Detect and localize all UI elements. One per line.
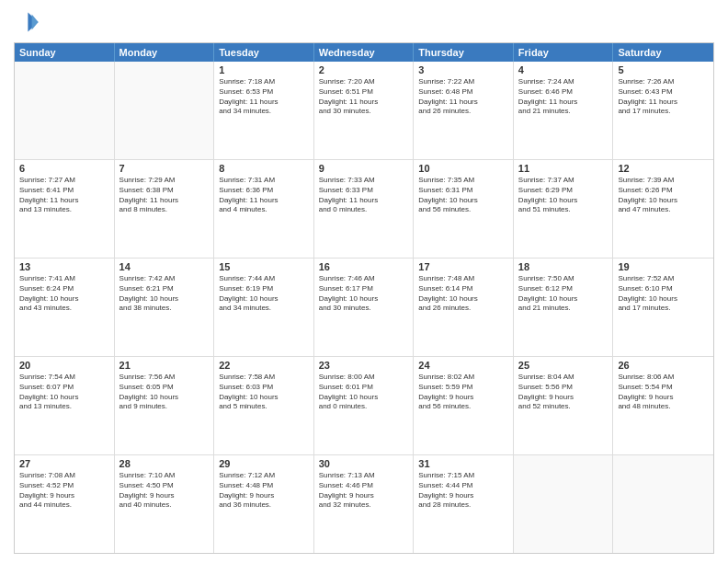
calendar-cell-6: 6Sunrise: 7:27 AM Sunset: 6:41 PM Daylig… [15,160,115,258]
day-number: 13 [19,261,109,272]
day-info: Sunrise: 7:15 AM Sunset: 4:44 PM Dayligh… [418,471,508,511]
calendar-cell-empty-0-0 [15,62,115,159]
calendar-cell-25: 25Sunrise: 8:04 AM Sunset: 5:56 PM Dayli… [514,357,614,454]
calendar-row-2: 13Sunrise: 7:41 AM Sunset: 6:24 PM Dayli… [15,259,713,357]
calendar-cell-5: 5Sunrise: 7:26 AM Sunset: 6:43 PM Daylig… [613,62,713,159]
calendar-cell-17: 17Sunrise: 7:48 AM Sunset: 6:14 PM Dayli… [414,259,514,356]
page: SundayMondayTuesdayWednesdayThursdayFrid… [0,0,728,563]
day-info: Sunrise: 7:37 AM Sunset: 6:29 PM Dayligh… [518,176,609,215]
calendar-cell-28: 28Sunrise: 7:10 AM Sunset: 4:50 PM Dayli… [115,455,215,553]
day-number: 23 [319,360,409,371]
day-number: 10 [418,163,508,174]
day-number: 1 [219,64,309,75]
calendar-row-1: 6Sunrise: 7:27 AM Sunset: 6:41 PM Daylig… [15,160,713,259]
day-info: Sunrise: 7:10 AM Sunset: 4:50 PM Dayligh… [119,471,210,511]
calendar-cell-7: 7Sunrise: 7:29 AM Sunset: 6:38 PM Daylig… [115,160,215,258]
day-info: Sunrise: 7:41 AM Sunset: 6:24 PM Dayligh… [19,274,109,314]
day-number: 2 [319,64,409,75]
calendar-row-4: 27Sunrise: 7:08 AM Sunset: 4:52 PM Dayli… [15,455,713,553]
day-info: Sunrise: 7:56 AM Sunset: 6:05 PM Dayligh… [119,373,210,412]
day-number: 27 [19,458,109,469]
day-number: 16 [319,261,409,272]
calendar-row-3: 20Sunrise: 7:54 AM Sunset: 6:07 PM Dayli… [15,357,713,455]
logo-icon [14,9,40,35]
calendar-cell-21: 21Sunrise: 7:56 AM Sunset: 6:05 PM Dayli… [115,357,215,454]
calendar-cell-24: 24Sunrise: 8:02 AM Sunset: 5:59 PM Dayli… [414,357,514,454]
day-info: Sunrise: 7:26 AM Sunset: 6:43 PM Dayligh… [618,77,709,117]
day-info: Sunrise: 7:27 AM Sunset: 6:41 PM Dayligh… [19,176,109,215]
day-number: 21 [119,360,210,371]
header-day-monday: Monday [115,43,215,62]
calendar-cell-14: 14Sunrise: 7:42 AM Sunset: 6:21 PM Dayli… [115,259,215,356]
header-day-thursday: Thursday [414,43,514,62]
day-number: 5 [618,64,709,75]
header-day-sunday: Sunday [15,43,115,62]
day-number: 6 [19,163,109,174]
calendar-row-0: 1Sunrise: 7:18 AM Sunset: 6:53 PM Daylig… [15,62,713,160]
calendar-cell-29: 29Sunrise: 7:12 AM Sunset: 4:48 PM Dayli… [214,455,314,553]
day-number: 26 [618,360,709,371]
day-number: 15 [219,261,309,272]
day-number: 22 [219,360,309,371]
calendar-cell-empty-4-6 [613,455,713,553]
calendar-cell-3: 3Sunrise: 7:22 AM Sunset: 6:48 PM Daylig… [414,62,514,159]
calendar-cell-27: 27Sunrise: 7:08 AM Sunset: 4:52 PM Dayli… [15,455,115,553]
day-number: 14 [119,261,210,272]
day-info: Sunrise: 7:58 AM Sunset: 6:03 PM Dayligh… [219,373,309,412]
day-number: 7 [119,163,210,174]
day-number: 24 [418,360,508,371]
day-info: Sunrise: 7:24 AM Sunset: 6:46 PM Dayligh… [518,77,609,117]
calendar-cell-2: 2Sunrise: 7:20 AM Sunset: 6:51 PM Daylig… [314,62,415,159]
calendar-cell-23: 23Sunrise: 8:00 AM Sunset: 6:01 PM Dayli… [314,357,415,454]
day-info: Sunrise: 7:22 AM Sunset: 6:48 PM Dayligh… [418,77,508,117]
day-info: Sunrise: 7:31 AM Sunset: 6:36 PM Dayligh… [219,176,309,215]
day-info: Sunrise: 8:00 AM Sunset: 6:01 PM Dayligh… [319,373,409,412]
calendar-cell-10: 10Sunrise: 7:35 AM Sunset: 6:31 PM Dayli… [414,160,514,258]
day-info: Sunrise: 7:42 AM Sunset: 6:21 PM Dayligh… [119,274,210,314]
day-number: 4 [518,64,609,75]
header-day-tuesday: Tuesday [214,43,314,62]
day-number: 31 [418,458,508,469]
logo [14,9,43,35]
day-info: Sunrise: 7:44 AM Sunset: 6:19 PM Dayligh… [219,274,309,314]
calendar-cell-empty-0-1 [115,62,215,159]
header-day-wednesday: Wednesday [314,43,415,62]
day-info: Sunrise: 7:50 AM Sunset: 6:12 PM Dayligh… [518,274,609,314]
day-info: Sunrise: 8:06 AM Sunset: 5:54 PM Dayligh… [618,373,709,412]
header-day-saturday: Saturday [613,43,713,62]
day-number: 25 [518,360,609,371]
calendar-cell-30: 30Sunrise: 7:13 AM Sunset: 4:46 PM Dayli… [314,455,415,553]
day-number: 8 [219,163,309,174]
day-info: Sunrise: 8:02 AM Sunset: 5:59 PM Dayligh… [418,373,508,412]
day-info: Sunrise: 8:04 AM Sunset: 5:56 PM Dayligh… [518,373,609,412]
day-number: 17 [418,261,508,272]
calendar-cell-13: 13Sunrise: 7:41 AM Sunset: 6:24 PM Dayli… [15,259,115,356]
calendar-cell-8: 8Sunrise: 7:31 AM Sunset: 6:36 PM Daylig… [214,160,314,258]
day-number: 3 [418,64,508,75]
day-info: Sunrise: 7:20 AM Sunset: 6:51 PM Dayligh… [319,77,409,117]
calendar-cell-26: 26Sunrise: 8:06 AM Sunset: 5:54 PM Dayli… [613,357,713,454]
day-info: Sunrise: 7:08 AM Sunset: 4:52 PM Dayligh… [19,471,109,511]
day-number: 28 [119,458,210,469]
day-number: 19 [618,261,709,272]
day-info: Sunrise: 7:18 AM Sunset: 6:53 PM Dayligh… [219,77,309,117]
calendar-cell-11: 11Sunrise: 7:37 AM Sunset: 6:29 PM Dayli… [514,160,614,258]
header-day-friday: Friday [514,43,614,62]
day-number: 9 [319,163,409,174]
day-number: 12 [618,163,709,174]
calendar-cell-20: 20Sunrise: 7:54 AM Sunset: 6:07 PM Dayli… [15,357,115,454]
calendar-header: SundayMondayTuesdayWednesdayThursdayFrid… [15,43,713,62]
calendar-cell-18: 18Sunrise: 7:50 AM Sunset: 6:12 PM Dayli… [514,259,614,356]
day-info: Sunrise: 7:48 AM Sunset: 6:14 PM Dayligh… [418,274,508,314]
calendar-cell-12: 12Sunrise: 7:39 AM Sunset: 6:26 PM Dayli… [613,160,713,258]
day-info: Sunrise: 7:52 AM Sunset: 6:10 PM Dayligh… [618,274,709,314]
calendar-cell-16: 16Sunrise: 7:46 AM Sunset: 6:17 PM Dayli… [314,259,415,356]
day-info: Sunrise: 7:46 AM Sunset: 6:17 PM Dayligh… [319,274,409,314]
day-number: 20 [19,360,109,371]
header [14,9,714,35]
calendar-cell-1: 1Sunrise: 7:18 AM Sunset: 6:53 PM Daylig… [214,62,314,159]
day-info: Sunrise: 7:39 AM Sunset: 6:26 PM Dayligh… [618,176,709,215]
day-number: 11 [518,163,609,174]
day-info: Sunrise: 7:29 AM Sunset: 6:38 PM Dayligh… [119,176,210,215]
calendar-cell-22: 22Sunrise: 7:58 AM Sunset: 6:03 PM Dayli… [214,357,314,454]
